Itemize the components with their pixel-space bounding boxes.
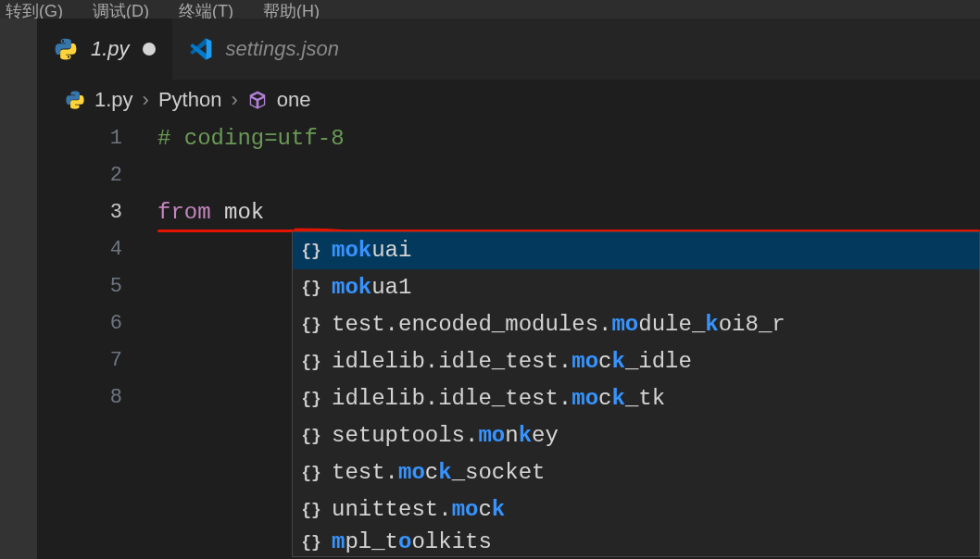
suggest-item[interactable]: {}mokuai [293, 232, 979, 269]
module-brackets-icon: {} [300, 499, 322, 521]
module-brackets-icon: {} [300, 314, 322, 336]
suggest-item[interactable]: {}setuptools.monkey [293, 417, 979, 454]
python-icon [54, 37, 78, 61]
suggest-label: test.mock_socket [332, 454, 545, 491]
suggest-item[interactable]: {}mokua1 [293, 269, 979, 306]
module-brackets-icon: {} [300, 425, 322, 447]
tab-label: settings.json [226, 37, 339, 61]
suggest-label: mokuai [332, 232, 411, 269]
python-icon [65, 90, 85, 110]
tab-bar: 1.py settings.json [37, 19, 980, 80]
module-brackets-icon: {} [300, 240, 322, 262]
chevron-right-icon: › [231, 88, 237, 112]
line-number: 6 [0, 305, 157, 342]
vscode-icon [189, 37, 213, 61]
tab-1py[interactable]: 1.py [37, 19, 172, 80]
breadcrumb-file[interactable]: 1.py [94, 88, 133, 112]
suggest-item[interactable]: {}mpl_toolkits [293, 528, 979, 556]
code-line[interactable]: from mok [157, 194, 264, 231]
suggest-item[interactable]: {}test.encoded_modules.module_koi8_r [293, 306, 979, 343]
module-brackets-icon: {} [300, 531, 322, 553]
tab-settings[interactable]: settings.json [172, 19, 356, 80]
suggest-item[interactable]: {}idlelib.idle_test.mock_idle [293, 343, 979, 380]
line-number: 7 [0, 342, 157, 379]
line-number: 5 [0, 268, 157, 305]
suggest-label: setuptools.monkey [332, 417, 559, 454]
editor[interactable]: 1# coding=utf-8 2 3from mok 4 5 6 7 8 {}… [0, 120, 980, 416]
suggest-label: test.encoded_modules.module_koi8_r [332, 306, 785, 343]
suggest-item[interactable]: {}idlelib.idle_test.mock_tk [293, 380, 979, 417]
suggest-label: idlelib.idle_test.mock_tk [332, 380, 665, 417]
module-brackets-icon: {} [300, 277, 322, 299]
suggest-item[interactable]: {}unittest.mock [293, 491, 979, 528]
breadcrumb[interactable]: 1.py › Python › one [0, 80, 980, 120]
line-number: 8 [0, 379, 157, 416]
suggest-label: mpl_toolkits [332, 528, 492, 556]
suggest-label: unittest.mock [332, 491, 505, 528]
module-icon [247, 90, 268, 110]
line-number: 3 [0, 194, 157, 231]
module-brackets-icon: {} [300, 351, 322, 373]
menu-item-terminal[interactable]: 终端(T) [179, 0, 233, 19]
suggest-label: idlelib.idle_test.mock_idle [332, 343, 692, 380]
tab-label: 1.py [91, 37, 130, 61]
menu-item-goto[interactable]: 转到(G) [6, 0, 63, 19]
line-number: 2 [0, 157, 157, 194]
menu-item-help[interactable]: 帮助(H) [263, 0, 320, 19]
breadcrumb-symbol[interactable]: one [277, 88, 311, 112]
suggest-item[interactable]: {}test.mock_socket [293, 454, 979, 491]
dirty-indicator-icon[interactable] [143, 43, 156, 56]
menu-bar[interactable]: 转到(G) 调试(D) 终端(T) 帮助(H) [0, 0, 980, 19]
suggest-label: mokua1 [332, 269, 411, 306]
intellisense-popup[interactable]: {}mokuai{}mokua1{}test.encoded_modules.m… [292, 231, 980, 557]
line-number: 1 [0, 120, 157, 157]
line-number: 4 [0, 231, 157, 268]
code-comment: # coding=utf-8 [157, 126, 345, 151]
module-brackets-icon: {} [300, 388, 322, 410]
module-brackets-icon: {} [300, 462, 322, 484]
breadcrumb-lang[interactable]: Python [158, 88, 222, 112]
chevron-right-icon: › [143, 88, 149, 112]
menu-item-debug[interactable]: 调试(D) [93, 0, 149, 19]
